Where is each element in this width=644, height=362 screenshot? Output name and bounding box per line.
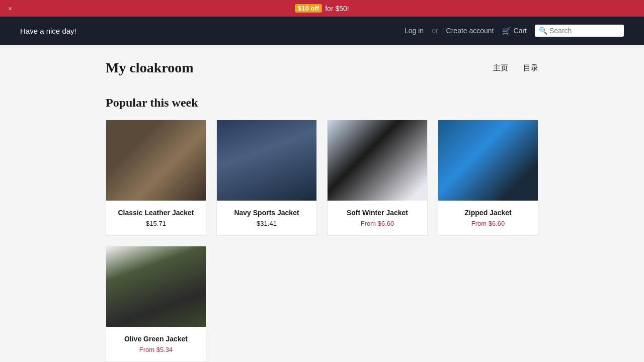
product-card-1[interactable]: Classic Leather Jacket $15.71 <box>106 120 206 236</box>
product-price-5: From $5.34 <box>114 346 198 353</box>
store-name: My cloakroom <box>106 60 193 76</box>
product-photo-navy <box>217 120 316 201</box>
product-card-5[interactable]: Olive Green Jacket From $5.34 <box>106 246 206 362</box>
product-info-3: Soft Winter Jacket From $6.60 <box>328 201 427 235</box>
product-image-1 <box>106 120 206 201</box>
search-input[interactable] <box>549 27 620 35</box>
product-name-1: Classic Leather Jacket <box>114 209 198 217</box>
content: My cloakroom 主页 目录 Popular this week Cla… <box>96 45 548 362</box>
product-grid-row2: Olive Green Jacket From $5.34 <box>106 246 538 362</box>
close-announcement-icon[interactable]: × <box>8 5 12 13</box>
search-icon: 🔍 <box>539 27 547 35</box>
product-info-5: Olive Green Jacket From $5.34 <box>106 327 206 361</box>
create-account-link[interactable]: Create account <box>446 27 494 35</box>
announcement-bar: × $10 off for $50! <box>0 0 644 17</box>
store-header: My cloakroom 主页 目录 <box>106 60 538 76</box>
badge-off: $10 off <box>295 4 322 13</box>
product-name-5: Olive Green Jacket <box>114 335 198 343</box>
product-info-2: Navy Sports Jacket $31.41 <box>217 201 316 235</box>
cart-label: Cart <box>514 27 527 35</box>
product-grid-row1: Classic Leather Jacket $15.71 Navy Sport… <box>106 120 538 236</box>
product-name-2: Navy Sports Jacket <box>225 209 308 217</box>
product-info-1: Classic Leather Jacket $15.71 <box>106 201 206 235</box>
nav-right: Log in or Create account 🛒 Cart 🔍 <box>405 25 624 37</box>
store-nav: 主页 目录 <box>493 63 538 73</box>
product-price-1: $15.71 <box>114 220 198 227</box>
product-image-4 <box>438 120 538 201</box>
nav-separator: or <box>432 27 438 35</box>
main-nav: Have a nice day! Log in or Create accoun… <box>0 17 644 45</box>
store-tagline: Have a nice day! <box>20 27 76 35</box>
login-link[interactable]: Log in <box>405 27 424 35</box>
store-nav-catalog[interactable]: 目录 <box>523 63 538 73</box>
product-price-4: From $6.60 <box>446 220 530 227</box>
product-price-2: $31.41 <box>225 220 308 227</box>
announcement-text: for $50! <box>325 5 349 13</box>
cart-icon: 🛒 <box>502 27 511 35</box>
search-form[interactable]: 🔍 <box>535 25 624 37</box>
product-photo-winter <box>328 120 427 201</box>
store-nav-home[interactable]: 主页 <box>493 63 508 73</box>
product-info-4: Zipped Jacket From $6.60 <box>438 201 538 235</box>
product-photo-olive <box>106 246 206 327</box>
product-image-3 <box>328 120 427 201</box>
product-card-2[interactable]: Navy Sports Jacket $31.41 <box>216 120 317 236</box>
product-name-3: Soft Winter Jacket <box>336 209 419 217</box>
product-card-3[interactable]: Soft Winter Jacket From $6.60 <box>327 120 428 236</box>
popular-section-title: Popular this week <box>106 96 538 110</box>
product-card-4[interactable]: Zipped Jacket From $6.60 <box>438 120 538 236</box>
product-image-2 <box>217 120 316 201</box>
product-photo-zipped <box>438 120 538 201</box>
product-price-3: From $6.60 <box>336 220 419 227</box>
product-photo-leather <box>106 120 206 201</box>
cart-link[interactable]: 🛒 Cart <box>502 27 527 35</box>
product-name-4: Zipped Jacket <box>446 209 530 217</box>
product-image-5 <box>106 246 206 327</box>
